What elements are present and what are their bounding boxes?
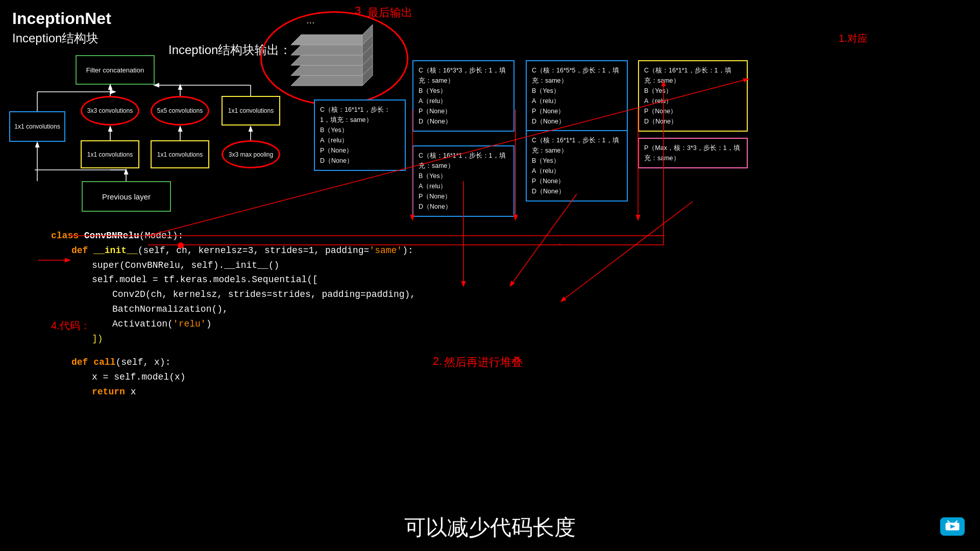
bilibili-icon[interactable] (940, 517, 965, 536)
code-line8: ]) (51, 332, 415, 346)
info-box-blue3: C（核：16*5*5，步长：1，填充：same） B（Yes） A（relu） … (526, 60, 628, 132)
svg-line-38 (561, 202, 693, 301)
conv-1x1-b33: 1x1 convolutions (81, 140, 139, 168)
conv-1x1-b33-label: 1x1 convolutions (87, 151, 133, 158)
kw-class: class (51, 231, 84, 241)
conv-3x3-label: 3x3 convolutions (87, 107, 133, 114)
code-line7: Activation('relu') (51, 317, 415, 332)
code-line11: x = self.model(x) (51, 370, 415, 385)
label-2-num: 2. (433, 355, 442, 368)
kw-string2: 'relu' (173, 319, 206, 329)
kw-init: __init__ (93, 245, 137, 256)
conv-1x1-b55-label: 1x1 convolutions (157, 151, 203, 158)
label-then-stack: 然后再进行堆叠 (444, 355, 523, 370)
conv-5x5-label: 5x5 convolutions (157, 107, 203, 114)
code-line3: super(ConvBNRelu, self).__init__() (51, 258, 415, 273)
info-box-blue1: C（核：16*3*3，步长：1，填充：same） B（Yes） A（relu） … (412, 60, 514, 132)
svg-line-37 (510, 194, 577, 286)
conv-1x1-maxpool-label: 1x1 convolutions (228, 107, 274, 114)
conv-1x1-left: 1x1 convolutions (9, 111, 65, 142)
main-title: InceptionNet (12, 9, 111, 28)
cursor-dot (178, 242, 184, 248)
title-block: InceptionNet Inception结构块 (12, 9, 111, 46)
info-box-yellow1: C（核：16*1*1，步长：1，填充：same） B（Yes） A（relu） … (638, 60, 748, 132)
code-line2: def __init__(self, ch, kernelsz=3, strid… (51, 243, 415, 258)
label-4: 4.代码： (51, 319, 90, 333)
code-line12: return x (51, 385, 415, 399)
filter-concat-label: Filter concatenation (86, 66, 144, 74)
code-line10: def call(self, x): (51, 355, 415, 370)
kw-def2: def (71, 357, 93, 367)
conv-1x1-b55: 1x1 convolutions (151, 140, 209, 168)
bottom-subtitle: 可以减少代码长度 (404, 513, 576, 542)
red-ellipse-top (260, 11, 408, 106)
code-block: class ConvBNRelu(Model): def __init__(se… (51, 229, 415, 399)
kw-def1: def (71, 245, 93, 256)
conv-5x5: 5x5 convolutions (151, 96, 209, 126)
number-3: 3 (355, 4, 361, 17)
prev-layer-box: Previous layer (82, 181, 171, 212)
conv-3x3: 3x3 convolutions (81, 96, 139, 126)
code-line4: self.model = tf.keras.models.Sequential(… (51, 272, 415, 287)
code-line6: BatchNormalization(), (51, 302, 415, 317)
conv-1x1-maxpool: 1x1 convolutions (222, 96, 280, 126)
sub-title: Inception结构块 (12, 30, 111, 46)
prev-layer-label: Previous layer (102, 192, 151, 201)
final-output-label: 最后输出 (368, 5, 412, 20)
svg-line-31 (559, 244, 561, 245)
filter-concat-box: Filter concatenation (76, 55, 155, 85)
label-duiying: 1.对应 (839, 32, 868, 45)
info-box-dark1: C（核：16*1*1，步长：1，填充：same） B（Yes） A（relu） … (314, 99, 406, 171)
conv-1x1-left-label: 1x1 convolutions (14, 123, 60, 130)
kw-classname: ConvBNRelu (84, 231, 139, 241)
code-line5: Conv2D(ch, kernelsz, strides=strides, pa… (51, 287, 415, 302)
kw-call: call (93, 357, 115, 367)
maxpool-3x3: 3x3 max pooling (222, 140, 280, 168)
info-box-pink1: P（Max，核：3*3，步长：1，填充：same） (638, 138, 748, 168)
code-line1: class ConvBNRelu(Model): (51, 229, 415, 243)
kw-string1: 'same' (369, 245, 402, 256)
kw-return: return (92, 387, 131, 397)
maxpool-label: 3x3 max pooling (229, 151, 273, 158)
info-box-blue2: C（核：16*1*1，步长：1，填充：same） B（Yes） A（relu） … (412, 145, 514, 217)
info-box-blue4: C（核：16*1*1，步长：1，填充：same） B（Yes） A（relu） … (526, 130, 628, 202)
